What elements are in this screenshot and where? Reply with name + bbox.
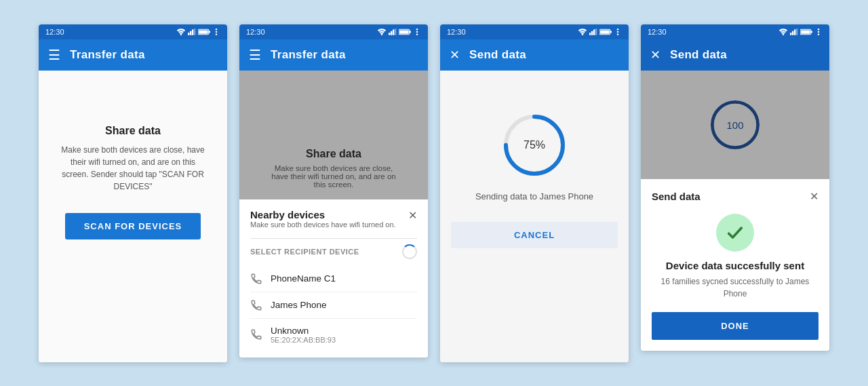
svg-rect-23 [589,33,591,35]
battery-icon [198,28,210,35]
svg-point-44 [818,31,820,33]
screen1-app-bar: ☰ Transfer data [39,39,227,71]
device-name-1: PhoneName C1 [271,273,336,284]
hamburger-icon2[interactable]: ☰ [249,47,261,63]
menu-dots-icon3 [614,28,622,35]
phone-icon-3 [250,328,262,341]
svg-point-20 [416,31,418,33]
screen3-app-bar: ✕ Send data [440,39,629,71]
battery-icon [399,28,411,35]
screen2-status-icons [377,28,421,35]
svg-point-32 [617,33,619,35]
svg-rect-15 [395,28,396,35]
menu-dots-icon2 [413,28,421,35]
svg-rect-28 [610,31,612,33]
nearby-header: Nearby devices Make sure both devices ha… [250,209,417,235]
svg-rect-18 [399,30,409,33]
nearby-subtitle: Make sure both devices have wifi turned … [250,220,396,229]
svg-point-43 [818,28,820,31]
screen2-app-bar: ☰ Transfer data [239,39,428,71]
send-data-dialog: Send data ✕ Device data succesfully sent… [641,179,829,351]
screen2-status-bar: 12:30 [239,24,428,39]
screen4-progress-ring: 100 [708,98,762,152]
svg-rect-2 [190,31,191,35]
signal-icon [589,28,597,35]
dialog-title: Send data [652,191,701,202]
phone-icon-1 [250,273,262,285]
dialog-close-icon[interactable]: ✕ [810,190,818,203]
svg-point-19 [416,28,418,31]
svg-point-21 [416,33,418,35]
svg-point-9 [216,31,218,33]
sending-label: Sending data to James Phone [475,191,593,201]
svg-rect-4 [194,28,195,35]
device-mac-3: 5E:20:2X:AB:BB:93 [271,336,336,344]
menu-dots-icon4 [814,28,823,35]
svg-rect-36 [790,33,791,35]
svg-rect-6 [209,31,210,33]
screen4-close-icon[interactable]: ✕ [650,49,660,61]
svg-rect-13 [391,31,392,35]
svg-rect-38 [794,29,795,35]
svg-rect-39 [796,28,797,35]
svg-rect-14 [393,29,394,35]
device-item-1[interactable]: PhoneName C1 [250,266,417,292]
success-checkmark [716,214,754,252]
progress-ring: 75% [500,111,568,179]
nearby-close-icon[interactable]: ✕ [408,209,417,222]
wifi-icon [176,28,186,35]
svg-rect-1 [188,33,189,35]
svg-rect-17 [410,31,411,33]
screen2-bg: Share data Make sure both devices are cl… [239,71,428,199]
wifi-icon [778,28,788,35]
share-title: Share data [105,125,161,137]
screen4-bg: 100 [641,71,829,179]
svg-rect-29 [600,30,610,33]
screen4-frame: 12:30 ✕ Send data 100 [641,24,829,351]
check-icon [726,223,745,242]
device-item-2[interactable]: James Phone [250,292,417,319]
screen2-share-title: Share data [306,148,361,160]
loading-spinner [402,244,417,259]
device-item-3[interactable]: Unknown 5E:20:2X:AB:BB:93 [250,319,417,351]
svg-rect-41 [811,31,812,33]
screen4-progress-label: 100 [726,119,743,130]
screen1-status-icons [176,28,220,35]
screen3-content: 75% Sending data to James Phone CANCEL [440,71,629,362]
svg-rect-12 [389,33,390,35]
battery-icon [800,28,812,35]
scan-for-devices-button[interactable]: SCAN FOR DEVICES [65,213,201,239]
dialog-header: Send data ✕ [652,190,818,203]
screen2-share-desc: Make sure both devices are close, have t… [266,164,401,189]
select-recipient-label: SELECT RECIPIENT DEVICE [250,248,359,256]
progress-label: 75% [524,139,545,151]
nearby-devices-sheet: Nearby devices Make sure both devices ha… [239,199,428,358]
share-data-section: Share data Make sure both devices are cl… [58,125,208,239]
nearby-title: Nearby devices [250,209,396,220]
done-button[interactable]: DONE [652,312,818,340]
screen4-app-bar: ✕ Send data [641,39,829,71]
device-name-3: Unknown [271,326,336,336]
signal-icon [389,28,397,35]
screen3-frame: 12:30 ✕ Send data 75% Sending data to Ja [440,24,629,362]
screen3-close-icon[interactable]: ✕ [450,49,460,61]
screen1-content: Share data Make sure both devices are cl… [39,71,227,362]
screen3-time: 12:30 [447,28,466,36]
svg-point-10 [216,33,218,35]
svg-rect-7 [199,30,208,33]
success-desc: 16 families sycned successfully to James… [652,275,818,300]
svg-point-45 [818,33,820,35]
svg-point-30 [617,28,619,31]
menu-dots-icon [212,28,220,35]
screen1-status-bar: 12:30 [39,24,227,39]
signal-icon [790,28,798,35]
screen3-title: Send data [469,48,526,62]
screen4-status-bar: 12:30 [641,24,829,39]
screen2-frame: 12:30 ☰ Transfer data Share data Make su… [239,24,428,358]
svg-rect-37 [792,31,793,35]
cancel-button[interactable]: CANCEL [451,222,618,248]
screen4-progress-area: 100 [641,71,829,179]
hamburger-icon[interactable]: ☰ [48,47,60,63]
wifi-icon [578,28,587,35]
wifi-icon [377,28,387,35]
